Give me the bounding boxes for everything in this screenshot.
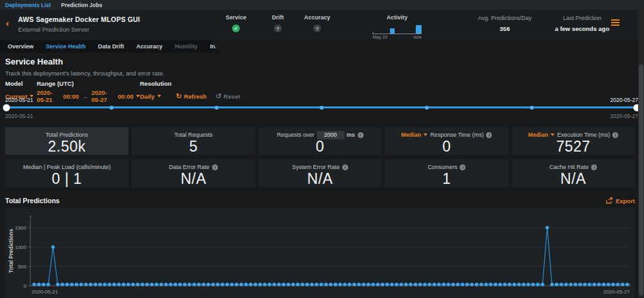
activity-mini-chart xyxy=(373,23,422,34)
activity-label: Activity xyxy=(373,14,422,21)
slider-tick xyxy=(215,106,219,110)
stat-card-value: N/A xyxy=(512,172,635,186)
page-description: Track this deployment's latency, through… xyxy=(5,70,164,77)
slider-start-label: 2020-05-21 xyxy=(5,97,33,103)
activity-axis: May 19 now xyxy=(373,35,422,39)
stat-card-label: Execution Time (ms) xyxy=(557,132,610,138)
stat-card-label: Consumers xyxy=(427,164,457,170)
slider-end-sublabel: 2020-05-27 xyxy=(610,113,638,119)
metric-aggregation-dropdown[interactable]: Median xyxy=(401,132,427,138)
scrollbar-thumb[interactable] xyxy=(639,65,643,295)
question-circle-icon[interactable]: ? xyxy=(274,25,282,32)
stat-card-value: 7527 xyxy=(512,139,635,154)
info-icon[interactable]: i xyxy=(591,164,597,170)
stats-row-1: Total Predictions2.50kTotal Requests5Req… xyxy=(5,127,635,155)
activity-bar xyxy=(390,28,395,34)
stat-card-total-requests[interactable]: Total Requests5 xyxy=(132,127,255,155)
scrollbar[interactable] xyxy=(638,10,644,298)
export-icon xyxy=(606,197,613,204)
page-title: Service Health xyxy=(5,57,63,66)
stat-card-label: Total Predictions xyxy=(46,132,88,138)
info-icon[interactable]: i xyxy=(612,132,618,138)
stat-card-label: Data Error Rate xyxy=(169,164,210,170)
stat-card-data-error-rate[interactable]: Data Error RateiN/A xyxy=(132,159,255,187)
stat-card-response-time-ms[interactable]: MedianResponse Time (ms)i0 xyxy=(385,127,508,155)
metric-aggregation-dropdown[interactable]: Median xyxy=(528,132,554,138)
app-root: Deployments ListPrediction Jobs ‹ AWS Sa… xyxy=(0,0,644,298)
chevron-down-icon xyxy=(551,134,554,136)
tab-bar: OverviewService HealthData DriftAccuracy… xyxy=(0,40,232,53)
stat-card-label: Response Time (ms) xyxy=(430,132,483,138)
tab-service-health[interactable]: Service Health xyxy=(46,43,86,50)
slider-start-sublabel: 2020-05-21 xyxy=(5,113,33,119)
deployment-subtitle: External Prediction Server xyxy=(18,26,140,33)
stat-card-execution-time-ms[interactable]: MedianExecution Time (ms)i7527 xyxy=(512,127,635,155)
stat-card-label: System Error Rate xyxy=(292,164,340,170)
chart-header: Total Predictions Export xyxy=(5,197,635,204)
menu-icon[interactable] xyxy=(611,19,620,27)
tab-humility: Humility xyxy=(175,43,198,50)
chart-panel: 050010001500Total Predictions2020-05-212… xyxy=(5,208,635,298)
slider-tick xyxy=(320,106,324,110)
stat-card-label: Median | Peak Load (calls/minute) xyxy=(23,164,111,170)
info-icon[interactable]: i xyxy=(212,164,218,170)
tab-integrations[interactable]: Integrations xyxy=(210,43,244,50)
activity-bar xyxy=(416,25,422,34)
svg-text:Total Predictions: Total Predictions xyxy=(8,229,14,273)
stat-card-total-predictions[interactable]: Total Predictions2.50k xyxy=(5,127,128,155)
activity-start-label: May 19 xyxy=(373,35,387,39)
back-chevron-icon[interactable]: ‹ xyxy=(6,18,9,28)
slider-handle-start[interactable] xyxy=(3,104,10,111)
range-label: Range (UTC) xyxy=(37,80,140,87)
top-nav: Deployments ListPrediction Jobs xyxy=(0,0,644,10)
top-nav-link-prediction-jobs[interactable]: Prediction Jobs xyxy=(61,2,102,8)
info-icon[interactable]: i xyxy=(358,132,364,138)
slider-track[interactable] xyxy=(6,106,637,108)
deployment-header: ‹ AWS Sagemaker Docker MLOPS GUI Externa… xyxy=(0,10,644,40)
question-circle-icon[interactable]: ? xyxy=(313,25,321,32)
tab-settings[interactable]: Settings xyxy=(255,43,278,50)
slider-tick xyxy=(110,106,113,110)
export-button[interactable]: Export xyxy=(606,197,635,204)
chevron-down-icon xyxy=(424,134,427,136)
stat-card-value: 2.50k xyxy=(5,139,128,154)
total-predictions-chart: 050010001500Total Predictions2020-05-212… xyxy=(5,208,635,298)
stat-card-value: 0 | 1 xyxy=(5,172,128,186)
stat-card-consumers[interactable]: Consumersi1 xyxy=(385,159,508,187)
check-circle-icon[interactable]: ✓ xyxy=(232,25,240,32)
info-icon[interactable]: i xyxy=(460,164,465,170)
status-service: Service✓ xyxy=(213,14,259,32)
status-accuracy: Accuracy? xyxy=(295,14,340,32)
stat-card-value: N/A xyxy=(132,172,255,186)
svg-text:1000: 1000 xyxy=(15,244,26,250)
tab-accuracy[interactable]: Accuracy xyxy=(137,43,163,50)
stat-card-value: 0 xyxy=(259,139,382,154)
svg-text:2020-05-21: 2020-05-21 xyxy=(32,289,58,295)
info-icon[interactable]: i xyxy=(486,132,492,138)
stat-card-value: 0 xyxy=(385,139,508,154)
stat-card-value: 1 xyxy=(385,172,508,186)
activity-widget: Activity May 19 now xyxy=(373,14,422,39)
stat-card-cache-hit-rate[interactable]: Cache Hit RateiN/A xyxy=(512,159,635,187)
deployment-titles: AWS Sagemaker Docker MLOPS GUI External … xyxy=(18,15,140,33)
tab-data-drift[interactable]: Data Drift xyxy=(98,43,124,50)
stat-card-value: 5 xyxy=(132,139,255,154)
svg-text:0: 0 xyxy=(24,283,27,289)
model-label: Model xyxy=(5,80,37,87)
controls-labels: Model Range (UTC) Resolution xyxy=(5,80,171,87)
stat-card-value: N/A xyxy=(259,172,382,186)
slider-tick xyxy=(530,106,534,110)
status-drift: Drift? xyxy=(255,14,300,32)
date-range-slider: 2020-05-21 2020-05-27 2020-05-21 2020-05… xyxy=(0,96,644,122)
stats-row-2: Median | Peak Load (calls/minute)0 | 1Da… xyxy=(5,159,635,187)
stat-card-median-peak-load-calls-minute[interactable]: Median | Peak Load (calls/minute)0 | 1 xyxy=(5,159,128,187)
svg-text:2020-05-27: 2020-05-27 xyxy=(603,289,630,295)
stat-card-label: Cache Hit Rate xyxy=(549,164,589,170)
stat-card-requests-over[interactable]: Requests overmsi0 xyxy=(259,127,382,155)
activity-end-label: now xyxy=(413,35,422,39)
stat-card-system-error-rate[interactable]: System Error RateiN/A xyxy=(259,159,382,187)
slider-tick xyxy=(425,106,429,110)
top-nav-link-deployments-list[interactable]: Deployments List xyxy=(5,2,51,8)
info-icon[interactable]: i xyxy=(342,164,348,170)
tab-overview[interactable]: Overview xyxy=(8,43,34,50)
